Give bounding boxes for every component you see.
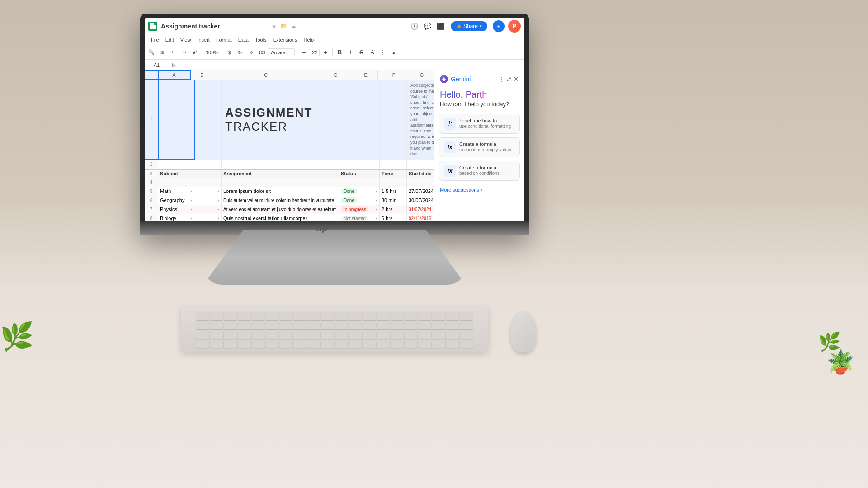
keyboard-key-64[interactable] [252, 340, 265, 348]
col-header-c[interactable]: C [214, 70, 318, 80]
presentation-icon[interactable]: ⬛ [437, 23, 444, 30]
dropdown-icon-math[interactable]: ▾ [190, 189, 192, 193]
keyboard-key-28[interactable] [307, 321, 321, 330]
paint-format-btn[interactable]: 🖌 [190, 47, 200, 57]
keyboard-key-15[interactable] [405, 312, 418, 320]
suggestion-1[interactable]: ⏱ Teach me how to use conditional format… [439, 114, 520, 134]
keyboard-key-31[interactable] [349, 321, 362, 330]
cell-f2[interactable] [407, 160, 434, 169]
header-assignment[interactable]: Assignment [222, 170, 339, 178]
keyboard-key-35[interactable] [405, 321, 418, 330]
keyboard-key-50[interactable] [335, 330, 348, 339]
cell-c2[interactable] [222, 160, 339, 169]
keyboard-key-1[interactable] [210, 312, 223, 320]
keyboard-key-11[interactable] [349, 312, 362, 320]
cell-e2[interactable] [380, 160, 407, 169]
zoom-control[interactable]: 100% [204, 49, 220, 56]
cell-a1[interactable] [158, 80, 194, 160]
history-icon[interactable]: 🕐 [410, 23, 418, 30]
cell-subject-math[interactable]: Math ▾ [158, 187, 194, 196]
suggestion-3[interactable]: fx Create a formula based on conditions [439, 161, 520, 181]
keyboard-key-71[interactable] [349, 340, 362, 348]
keyboard-key-16[interactable] [418, 312, 431, 320]
keyboard-key-44[interactable] [252, 330, 265, 339]
dropdown-icon-status-biology[interactable]: ▾ [376, 216, 377, 221]
decimal-btn[interactable]: .0 [246, 47, 256, 57]
cell-subject-physics[interactable]: Physics ▾ [158, 205, 194, 214]
keyboard-key-62[interactable] [224, 340, 237, 348]
keyboard-key-34[interactable] [391, 321, 404, 330]
keyboard-key-13[interactable] [377, 312, 390, 320]
keyboard-key-12[interactable] [363, 312, 376, 320]
cell-e1[interactable] [380, 80, 407, 160]
keyboard-key-6[interactable] [279, 312, 292, 320]
cell-assignment-physics[interactable]: At vero eos et accusam et justo duo dolo… [222, 205, 339, 214]
keyboard-key-18[interactable] [446, 312, 459, 320]
keyboard-key-52[interactable] [363, 330, 376, 339]
decrease-font-btn[interactable]: − [299, 47, 309, 57]
text-color-btn[interactable]: A [367, 47, 377, 57]
share-button[interactable]: 🔒 Share ▾ [451, 21, 487, 31]
keyboard-key-65[interactable] [266, 340, 279, 348]
keyboard-key-61[interactable] [210, 340, 223, 348]
cell-f4[interactable] [407, 178, 434, 187]
dropdown-icon-status-physics[interactable]: ▾ [376, 207, 377, 211]
header-subject[interactable]: Subject [158, 170, 194, 178]
keyboard-key-42[interactable] [224, 330, 237, 339]
keyboard-key-43[interactable] [238, 330, 251, 339]
keyboard-key-36[interactable] [418, 321, 431, 330]
cell-subject-geography[interactable]: Geography ▾ [158, 196, 194, 205]
cell-time-geography[interactable]: 30 min [380, 196, 407, 205]
dropdown-icon-b6[interactable]: ▾ [217, 198, 219, 202]
keyboard-key-48[interactable] [307, 330, 321, 339]
keyboard-key-20[interactable] [196, 321, 209, 330]
keyboard-key-60[interactable] [196, 340, 209, 348]
keyboard-key-23[interactable] [238, 321, 251, 330]
increase-font-btn[interactable]: + [321, 47, 330, 57]
keyboard-key-32[interactable] [363, 321, 376, 330]
cell-startdate-math[interactable]: 27/07/2024 [407, 187, 434, 196]
cell-d2[interactable] [339, 160, 380, 169]
gemini-close-icon[interactable]: ✕ [514, 75, 519, 83]
col-header-d[interactable]: D [318, 70, 354, 80]
keyboard-key-57[interactable] [432, 330, 445, 339]
keyboard-key-56[interactable] [418, 330, 431, 339]
keyboard-key-70[interactable] [335, 340, 348, 348]
keyboard-key-26[interactable] [279, 321, 292, 330]
keyboard-key-75[interactable] [405, 340, 418, 348]
keyboard-key-5[interactable] [266, 312, 279, 320]
menu-file[interactable]: File [148, 36, 162, 43]
more-options-btn[interactable]: ⋮ [378, 47, 388, 57]
dropdown-icon-status-geo[interactable]: ▾ [376, 198, 377, 202]
keyboard-key-7[interactable] [293, 312, 307, 320]
cell-b6[interactable]: ▾ [194, 196, 222, 205]
header-b3[interactable] [194, 170, 222, 178]
menu-data[interactable]: Data [236, 36, 251, 43]
keyboard-key-51[interactable] [349, 330, 362, 339]
dropdown-icon-b8[interactable]: ▾ [217, 216, 219, 221]
cloud-icon[interactable]: ☁ [291, 23, 296, 29]
menu-insert[interactable]: Insert [194, 36, 212, 43]
keyboard-key-27[interactable] [293, 321, 307, 330]
dropdown-icon-b7[interactable]: ▾ [217, 207, 219, 211]
keyboard-key-54[interactable] [391, 330, 404, 339]
dropdown-icon-biology[interactable]: ▾ [190, 216, 192, 221]
keyboard-key-24[interactable] [252, 321, 265, 330]
currency-btn[interactable]: $ [224, 47, 234, 57]
strikethrough-btn[interactable]: S [356, 47, 366, 57]
keyboard-key-9[interactable] [321, 312, 334, 320]
keyboard-key-76[interactable] [418, 340, 431, 348]
keyboard-key-46[interactable] [279, 330, 292, 339]
header-startdate[interactable]: Start date [407, 170, 434, 178]
cell-d1[interactable] [339, 80, 380, 160]
keyboard-key-17[interactable] [432, 312, 445, 320]
cell-assignment-geography[interactable]: Duis autem vel eum iriure dolor in hendr… [222, 196, 339, 205]
undo-btn[interactable]: ↩ [168, 47, 178, 57]
print-btn[interactable]: ⊞ [157, 47, 167, 57]
percent-btn[interactable]: % [235, 47, 245, 57]
header-time[interactable]: Time [380, 170, 407, 178]
menu-help[interactable]: Help [301, 36, 316, 43]
keyboard-key-2[interactable] [224, 312, 237, 320]
dropdown-icon-geo[interactable]: ▾ [190, 198, 192, 202]
menu-view[interactable]: View [178, 36, 194, 43]
